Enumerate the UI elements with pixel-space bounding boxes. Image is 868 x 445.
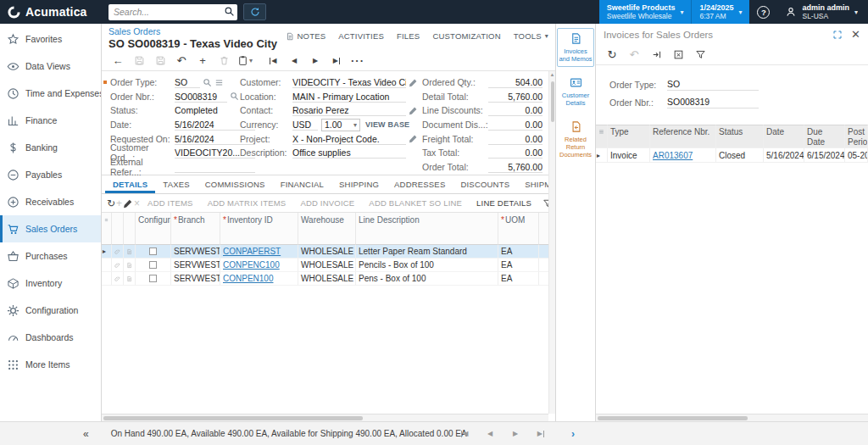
scrollbar-thumb[interactable] (103, 416, 363, 420)
column-header-uom[interactable]: UOM (498, 213, 539, 245)
save-button[interactable] (151, 53, 170, 70)
reference-nbr-link[interactable]: AR013607 (653, 151, 693, 160)
acumatica-logo[interactable]: Acumatica (0, 5, 100, 19)
inventory-id-link[interactable]: CONPEN100 (223, 274, 273, 283)
search-input[interactable] (108, 4, 237, 20)
branch-cell[interactable]: SERVWEST (171, 259, 220, 272)
invoice-row[interactable]: ▸ Invoice AR013607 Closed 5/16/2024 6/15… (596, 148, 868, 163)
tools-menu-button[interactable]: TOOLS▾ (514, 31, 548, 41)
delete-row-icon[interactable]: × (134, 196, 140, 211)
grid-settings-cell[interactable] (102, 213, 112, 245)
refresh-icon[interactable]: ↻ (107, 196, 115, 211)
tab-taxes[interactable]: TAXES (155, 175, 197, 193)
add-blanket-so-line-button[interactable]: ADD BLANKET SO LINE (362, 198, 469, 208)
user-menu[interactable]: admin admin SL-USA ▾ (777, 0, 868, 24)
main-vertical-scrollbar[interactable]: ▲ (548, 71, 555, 414)
column-header-warehouse[interactable]: Warehouse (298, 213, 356, 245)
line-details-button[interactable]: LINE DETAILS (470, 198, 538, 208)
warehouse-cell[interactable]: WHOLESALE (298, 259, 356, 272)
activities-button[interactable]: ACTIVITIES (338, 31, 384, 41)
column-header-date[interactable]: Date (764, 125, 804, 148)
next-page-button[interactable]: ▶ (509, 427, 522, 441)
panel-horizontal-scrollbar[interactable] (596, 414, 868, 421)
first-record-button[interactable]: ◀ (264, 53, 282, 70)
save-and-close-button[interactable] (130, 53, 148, 70)
column-header-post-period[interactable]: Post Period (845, 125, 868, 148)
lookup-icon[interactable] (230, 92, 239, 101)
description-value[interactable]: Office supplies (292, 147, 406, 159)
fit-width-icon[interactable] (650, 47, 662, 64)
last-record-button[interactable]: ▶ (327, 53, 346, 70)
date-cell[interactable]: 5/16/2024 (764, 148, 804, 163)
sidebar-item-purchases[interactable]: Purchases (0, 242, 101, 270)
expand-side-panel-icon[interactable]: › (571, 428, 575, 440)
last-page-button[interactable]: ▶ (534, 427, 548, 441)
panel-order-type-value[interactable]: SO (667, 78, 759, 91)
pencil-icon[interactable] (409, 106, 418, 115)
tab-addresses[interactable]: ADDRESSES (387, 175, 453, 193)
branch-cell[interactable]: SERVWEST (171, 272, 220, 286)
view-base-button[interactable]: VIEW BASE (365, 120, 409, 129)
add-invoice-button[interactable]: ADD INVOICE (293, 198, 361, 208)
side-tab-customer-details[interactable]: Customer Details (557, 72, 594, 111)
sidebar-item-inventory[interactable]: Inventory (0, 270, 101, 297)
expand-panel-icon[interactable] (832, 30, 843, 40)
column-header-configurable[interactable]: Configurat (136, 213, 171, 245)
insert-record-button[interactable]: + (193, 53, 212, 70)
uom-cell[interactable]: EA (498, 245, 539, 259)
more-actions-button[interactable]: ··· (348, 53, 367, 70)
sidebar-item-configuration[interactable]: Configuration (0, 297, 101, 324)
sidebar-item-favorites[interactable]: Favorites (0, 25, 101, 53)
column-header-reference-nbr[interactable]: Reference Nbr. (650, 125, 716, 148)
uom-cell[interactable]: EA (498, 259, 539, 272)
side-tab-invoices-and-memos[interactable]: Invoices and Memos (557, 28, 594, 67)
main-horizontal-scrollbar[interactable] (102, 414, 548, 421)
cancel-changes-button[interactable]: ↶ (172, 53, 191, 70)
line-description-cell[interactable]: Pencils - Box of 100 (356, 259, 498, 272)
warehouse-cell[interactable]: WHOLESALE (298, 272, 356, 286)
configurable-checkbox[interactable] (149, 275, 157, 282)
currency-rate-select[interactable]: 1.00 ▾ (321, 119, 360, 131)
uom-cell[interactable]: EA (498, 272, 539, 286)
previous-record-button[interactable]: ◀ (285, 53, 303, 70)
sidebar-item-finance[interactable]: Finance (0, 107, 101, 134)
add-matrix-items-button[interactable]: ADD MATRIX ITEMS (201, 198, 293, 208)
sidebar-item-more-items[interactable]: More Items (0, 351, 101, 378)
column-header-type[interactable]: Type (608, 125, 650, 148)
tab-details[interactable]: DETAILS (105, 175, 155, 193)
customer-value[interactable]: VIDEOCITY - Texas Video City (292, 76, 406, 88)
inventory-id-link[interactable]: CONPAPERST (223, 247, 281, 256)
scroll-up-icon[interactable]: ▲ (549, 72, 555, 77)
breadcrumb[interactable]: Sales Orders (108, 26, 160, 36)
clipboard-menu-button[interactable]: ▾ (236, 53, 254, 70)
column-header-status[interactable]: Status (716, 125, 764, 148)
help-menu[interactable]: ? (749, 0, 777, 24)
back-button[interactable]: ← (108, 53, 127, 70)
sidebar-item-sales-orders[interactable]: Sales Orders (0, 215, 101, 242)
tab-discounts[interactable]: DISCOUNTS (453, 175, 517, 193)
sidebar-item-time-and-expenses[interactable]: Time and Expenses (0, 80, 101, 107)
files-column-header[interactable] (124, 213, 136, 245)
grid-row-2[interactable]: SERVWEST CONPENC100 WHOLESALE Pencils - … (102, 259, 555, 272)
column-header-line-description[interactable]: Line Description (356, 213, 498, 245)
type-cell[interactable]: Invoice (608, 148, 650, 163)
external-reference-value[interactable] (175, 161, 255, 173)
pencil-icon[interactable] (409, 134, 418, 143)
filter-icon[interactable] (694, 47, 706, 64)
sidebar-item-banking[interactable]: Banking (0, 134, 101, 161)
next-record-button[interactable]: ▶ (306, 53, 325, 70)
configurable-checkbox[interactable] (149, 261, 157, 269)
sidebar-item-payables[interactable]: Payables (0, 161, 101, 188)
grid-row-3[interactable]: SERVWEST CONPEN100 WHOLESALE Pens - Box … (102, 272, 555, 286)
files-button[interactable]: FILES (397, 31, 420, 41)
customization-button[interactable]: CUSTOMIZATION (432, 31, 500, 41)
lookup-icon[interactable] (203, 78, 212, 87)
status-cell[interactable]: Closed (716, 148, 764, 163)
edit-details-icon[interactable] (214, 78, 224, 87)
refresh-icon[interactable]: ↻ (606, 47, 618, 64)
add-items-button[interactable]: ADD ITEMS (141, 198, 200, 208)
order-type-value[interactable]: SO (175, 76, 200, 88)
sidebar-item-data-views[interactable]: Data Views (0, 53, 101, 80)
tab-financial[interactable]: FINANCIAL (273, 175, 331, 193)
tab-commissions[interactable]: COMMISSIONS (198, 175, 273, 193)
